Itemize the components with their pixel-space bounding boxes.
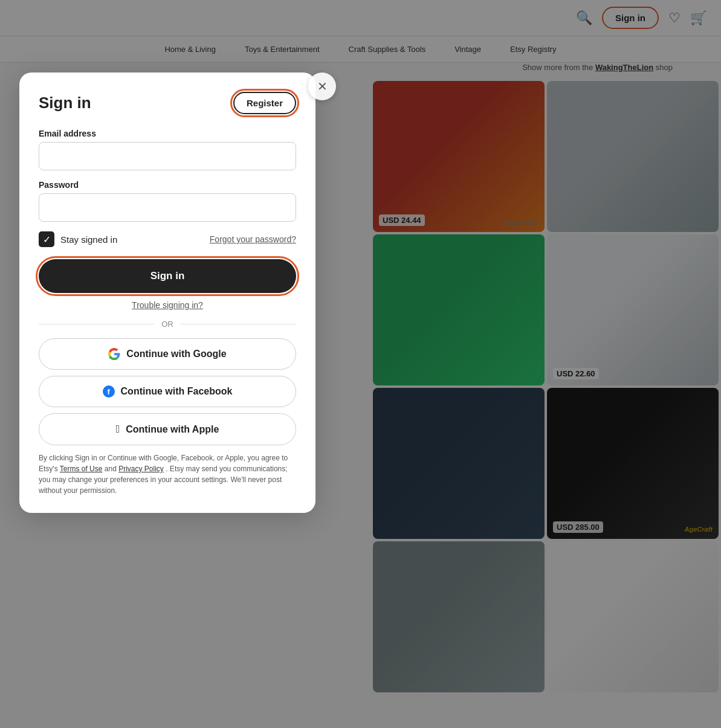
or-divider: OR xyxy=(39,320,296,329)
close-button[interactable]: ✕ xyxy=(308,72,336,100)
google-button-label: Continue with Google xyxy=(126,349,226,359)
legal-text: By clicking Sign in or Continue with Goo… xyxy=(39,453,296,496)
google-signin-button[interactable]: Continue with Google xyxy=(39,338,296,370)
modal-header: Sign in Register xyxy=(39,92,296,114)
privacy-link[interactable]: Privacy Policy xyxy=(118,465,164,473)
apple-button-label: Continue with Apple xyxy=(126,424,219,435)
signin-modal: Sign in Register Email address Password … xyxy=(19,72,315,513)
email-input[interactable] xyxy=(39,142,296,170)
modal-title: Sign in xyxy=(39,94,91,112)
or-text: OR xyxy=(161,320,173,329)
terms-link[interactable]: Terms of Use xyxy=(60,465,103,473)
checkbox-row: ✓ Stay signed in Forgot your password? xyxy=(39,231,296,247)
register-button[interactable]: Register xyxy=(233,92,296,114)
facebook-button-label: Continue with Facebook xyxy=(121,386,233,397)
forgot-password-link[interactable]: Forgot your password? xyxy=(210,234,296,244)
apple-signin-button[interactable]:  Continue with Apple xyxy=(39,413,296,445)
signin-button[interactable]: Sign in xyxy=(39,259,296,293)
password-label: Password xyxy=(39,180,296,190)
password-input[interactable] xyxy=(39,193,296,222)
facebook-icon: f xyxy=(103,385,115,398)
trouble-signin-link[interactable]: Trouble signing in? xyxy=(39,300,296,310)
divider-line-right xyxy=(181,324,296,324)
stay-signed-in-group: ✓ Stay signed in xyxy=(39,231,117,247)
divider-line-left xyxy=(39,324,154,324)
google-icon xyxy=(108,348,120,360)
stay-signed-in-label: Stay signed in xyxy=(60,234,117,245)
email-label: Email address xyxy=(39,129,296,138)
apple-icon:  xyxy=(116,423,120,436)
facebook-signin-button[interactable]: f Continue with Facebook xyxy=(39,376,296,407)
legal-and: and xyxy=(105,465,117,473)
close-icon: ✕ xyxy=(317,79,328,94)
stay-signed-in-checkbox[interactable]: ✓ xyxy=(39,231,54,247)
